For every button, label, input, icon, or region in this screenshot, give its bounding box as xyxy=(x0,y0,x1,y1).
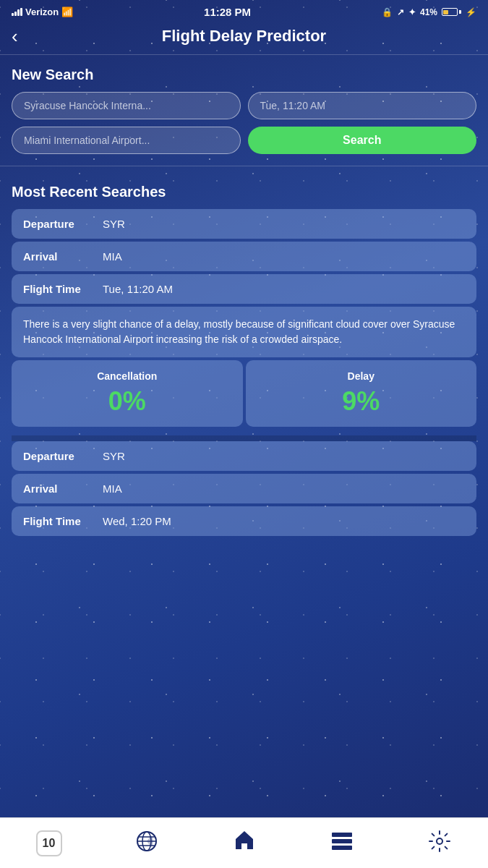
status-left: Verizon 📶 xyxy=(12,7,73,17)
departure-value-2: SYR xyxy=(103,450,125,462)
date-input[interactable]: Tue, 11:20 AM xyxy=(248,92,477,119)
status-right: 🔒 ↗ ✦ 41% ⚡ xyxy=(382,7,476,17)
flighttime-label-2: Flight Time xyxy=(23,515,103,527)
status-bar: Verizon 📶 11:28 PM 🔒 ↗ ✦ 41% ⚡ xyxy=(0,0,488,21)
svg-rect-7 xyxy=(332,846,352,850)
settings-icon xyxy=(428,830,451,857)
back-button[interactable]: ‹ xyxy=(12,25,18,48)
tab-settings[interactable] xyxy=(390,818,488,868)
globe-icon xyxy=(135,830,158,857)
arrival-row-1: Arrival MIA xyxy=(12,242,476,271)
cancellation-label: Cancellation xyxy=(23,370,231,382)
cancellation-stat: Cancellation 0% xyxy=(12,360,243,427)
wifi-icon: 📶 xyxy=(61,7,73,17)
departure-label-1: Departure xyxy=(23,218,103,230)
new-search-title: New Search xyxy=(12,67,476,83)
home-icon xyxy=(231,827,257,859)
result-card-2: Departure SYR Arrival MIA Flight Time We… xyxy=(12,441,476,536)
departure-row-1: Departure SYR xyxy=(12,209,476,239)
arrival-label-2: Arrival xyxy=(23,482,103,495)
status-time: 11:28 PM xyxy=(204,6,251,18)
new-search-section: New Search Syracuse Hancock Interna... T… xyxy=(0,55,488,160)
tab-badge[interactable]: 10 xyxy=(0,818,98,868)
page-title: Flight Delay Predictor xyxy=(162,27,326,46)
arrival-value-2: MIA xyxy=(103,482,122,495)
destination-input[interactable]: Miami International Airport... xyxy=(12,127,241,154)
flighttime-row-2: Flight Time Wed, 1:20 PM xyxy=(12,506,476,536)
arrival-value-1: MIA xyxy=(103,250,122,263)
flighttime-value-2: Wed, 1:20 PM xyxy=(103,515,171,527)
recent-searches-title: Most Recent Searches xyxy=(12,184,476,200)
bluetooth-icon: ✦ xyxy=(408,7,416,17)
result-card-1: Departure SYR Arrival MIA Flight Time Tu… xyxy=(12,209,476,427)
search-button[interactable]: Search xyxy=(248,127,477,154)
departure-value-1: SYR xyxy=(103,218,125,230)
flighttime-value-1: Tue, 11:20 AM xyxy=(103,283,173,295)
location-icon: ↗ xyxy=(397,7,404,17)
battery-icon xyxy=(442,8,461,16)
flighttime-row-1: Flight Time Tue, 11:20 AM xyxy=(12,274,476,304)
search-form: Syracuse Hancock Interna... Tue, 11:20 A… xyxy=(12,92,476,154)
tab-globe[interactable] xyxy=(98,818,195,868)
delay-value: 9% xyxy=(257,386,466,417)
description-box-1: There is a very slight chance of a delay… xyxy=(12,307,476,357)
cancellation-value: 0% xyxy=(23,386,231,417)
charging-icon: ⚡ xyxy=(466,7,476,17)
departure-label-2: Departure xyxy=(23,450,103,462)
section-divider xyxy=(0,166,488,166)
delay-stat: Delay 9% xyxy=(246,360,477,427)
arrival-row-2: Arrival MIA xyxy=(12,474,476,503)
nav-header: ‹ Flight Delay Predictor xyxy=(0,21,488,55)
flighttime-label-1: Flight Time xyxy=(23,283,103,295)
badge-count[interactable]: 10 xyxy=(36,830,62,856)
battery-percent: 41% xyxy=(420,7,437,17)
tab-bar: 10 xyxy=(0,817,488,868)
tab-list[interactable] xyxy=(293,818,390,868)
delay-label: Delay xyxy=(257,370,466,382)
svg-rect-5 xyxy=(332,833,352,837)
svg-point-8 xyxy=(437,838,442,844)
signal-bars xyxy=(12,8,22,16)
tab-home[interactable] xyxy=(195,818,293,868)
lock-icon: 🔒 xyxy=(382,7,393,17)
svg-rect-6 xyxy=(332,839,352,843)
section-separator xyxy=(12,435,476,441)
carrier-label: Verizon xyxy=(25,7,59,17)
main-content: New Search Syracuse Hancock Interna... T… xyxy=(0,55,488,608)
recent-searches-section: Most Recent Searches Departure SYR Arriv… xyxy=(0,172,488,550)
arrival-label-1: Arrival xyxy=(23,250,103,263)
departure-row-2: Departure SYR xyxy=(12,441,476,471)
list-icon xyxy=(330,831,354,856)
stats-row-1: Cancellation 0% Delay 9% xyxy=(12,360,476,427)
origin-input[interactable]: Syracuse Hancock Interna... xyxy=(12,92,241,119)
